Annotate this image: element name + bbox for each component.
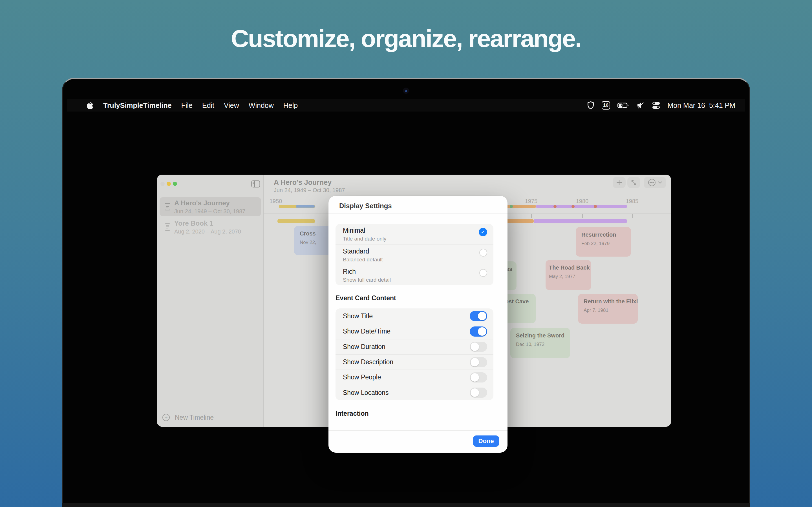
minimize-button[interactable] <box>167 182 171 186</box>
shield-icon[interactable] <box>587 101 594 110</box>
close-button[interactable] <box>160 182 165 186</box>
toggle-row-show-title: Show Title <box>336 308 493 324</box>
overview-bar-purple <box>536 205 627 208</box>
year-label-1980: 1980 <box>576 198 589 205</box>
menu-bar: TrulySimpleTimeline File Edit View Windo… <box>67 99 745 112</box>
menu-item-view[interactable]: View <box>224 101 239 110</box>
menu-clock[interactable]: Mon Mar 16 5:41 PM <box>668 101 735 110</box>
event-date: Dec 10, 1972 <box>516 342 570 347</box>
toggle-label: Show Duration <box>343 343 386 351</box>
toggle-row-show-duration: Show Duration <box>336 339 493 354</box>
calendar-icon[interactable]: 16 <box>602 101 610 110</box>
timeline-dates: Aug 2, 2020 – Aug 2, 2070 <box>174 228 241 235</box>
option-label: Minimal <box>343 227 486 234</box>
toggle-knob <box>470 342 479 351</box>
event-dot-red <box>553 205 557 208</box>
modal-header-divider <box>328 213 507 214</box>
plus-circle-icon: + <box>162 414 170 421</box>
apple-logo-icon[interactable] <box>87 101 94 109</box>
toggle-row-show-description: Show Description <box>336 354 493 370</box>
document-icon <box>165 203 170 210</box>
display-settings-modal: Display Settings Minimal Title and date … <box>328 196 507 453</box>
toggle-knob <box>470 388 479 397</box>
toggle-knob <box>470 358 479 367</box>
add-event-button[interactable] <box>613 177 626 188</box>
timeline-title: A Hero's Journey <box>174 199 245 207</box>
zoom-button[interactable] <box>173 182 177 186</box>
menu-date: Mon Mar 16 <box>668 101 705 110</box>
event-card-resurrection[interactable]: Resurrection Feb 22, 1979 <box>576 227 631 257</box>
show-people-toggle[interactable] <box>470 372 487 383</box>
control-center-icon[interactable] <box>652 101 660 109</box>
option-label: Rich <box>343 268 486 276</box>
option-description: Show full card detail <box>343 277 486 283</box>
radio-unchecked-icon <box>479 249 487 257</box>
event-card-return-elixir[interactable]: Return with the Elixir Apr 7, 1981 <box>578 294 638 324</box>
show-title-toggle[interactable] <box>470 311 487 321</box>
show-locations-toggle[interactable] <box>470 388 487 398</box>
year-tick <box>582 214 583 218</box>
ellipsis-circle-icon <box>648 179 656 186</box>
year-tick <box>632 214 633 218</box>
menu-item-file[interactable]: File <box>181 101 193 110</box>
sidebar-item-yore-book[interactable]: Yore Book 1 Aug 2, 2020 – Aug 2, 2070 <box>160 217 261 237</box>
menu-item-edit[interactable]: Edit <box>202 101 214 110</box>
show-duration-toggle[interactable] <box>470 342 487 352</box>
done-button[interactable]: Done <box>473 436 499 447</box>
document-icon <box>165 223 170 231</box>
menu-app-name[interactable]: TrulySimpleTimeline <box>103 101 172 110</box>
chevron-down-icon <box>658 181 662 184</box>
event-dot-red <box>594 205 597 208</box>
expand-button[interactable] <box>627 177 640 188</box>
toggle-label: Show Locations <box>343 389 389 397</box>
option-description: Balanced default <box>343 257 486 263</box>
sidebar-footer-divider <box>160 408 261 408</box>
sidebar-item-heros-journey[interactable]: A Hero's Journey Jun 24, 1949 – Oct 30, … <box>160 197 261 216</box>
toggle-label: Show Date/Time <box>343 328 391 335</box>
event-title: The Road Back <box>549 265 591 271</box>
event-date: May 2, 1977 <box>549 274 591 279</box>
event-dot-green <box>510 205 513 208</box>
toggle-knob <box>470 373 479 382</box>
show-datetime-toggle[interactable] <box>470 327 487 337</box>
option-minimal[interactable]: Minimal Title and date only ✓ <box>336 224 493 244</box>
battery-icon[interactable] <box>617 102 629 109</box>
event-date: Apr 7, 1981 <box>583 307 638 313</box>
year-tick <box>531 214 532 218</box>
option-standard[interactable]: Standard Balanced default ✓ <box>336 244 493 265</box>
hero-heading: Customize, organize, rearrange. <box>0 24 812 53</box>
toggle-knob <box>478 327 486 336</box>
sidebar-toggle-icon[interactable] <box>251 180 260 189</box>
lane-bar-purple <box>534 219 627 223</box>
section-event-card-content: Event Card Content <box>336 294 396 302</box>
toggle-row-show-locations: Show Locations <box>336 385 493 400</box>
show-description-toggle[interactable] <box>470 357 487 367</box>
lane-bar-yellow <box>277 219 315 223</box>
window-title: A Hero's Journey <box>274 178 332 186</box>
toggle-label: Show Title <box>343 313 373 320</box>
toggles-group: Show Title Show Date/Time Show Duration … <box>336 308 493 400</box>
menu-item-help[interactable]: Help <box>283 101 298 110</box>
event-card-seizing-sword[interactable]: Seizing the Sword Dec 10, 1972 <box>510 328 570 358</box>
toggle-row-show-people: Show People <box>336 370 493 385</box>
more-options-button[interactable] <box>644 177 666 188</box>
menu-item-window[interactable]: Window <box>249 101 274 110</box>
event-title: Seizing the Sword <box>516 332 570 339</box>
overview-bar-blue <box>296 205 315 208</box>
event-date: Feb 22, 1979 <box>581 241 631 246</box>
event-dot-red <box>571 205 574 208</box>
event-title: Resurrection <box>581 231 631 238</box>
webcam-led <box>405 90 407 92</box>
expand-arrows-icon <box>630 179 637 186</box>
new-timeline-button[interactable]: + New Timeline <box>160 411 261 424</box>
option-label: Standard <box>343 247 486 255</box>
density-options-group: Minimal Title and date only ✓ Standard B… <box>336 224 493 285</box>
modal-title: Display Settings <box>339 202 392 210</box>
toggle-row-show-datetime: Show Date/Time <box>336 324 493 339</box>
option-description: Title and date only <box>343 236 486 242</box>
option-rich[interactable]: Rich Show full card detail ✓ <box>336 265 493 285</box>
event-card-road-back[interactable]: The Road Back May 2, 1977 <box>546 260 591 290</box>
window-subtitle: Jun 24, 1949 – Oct 30, 1987 <box>274 187 345 193</box>
mute-icon[interactable] <box>637 102 645 109</box>
section-interaction: Interaction <box>336 410 369 417</box>
